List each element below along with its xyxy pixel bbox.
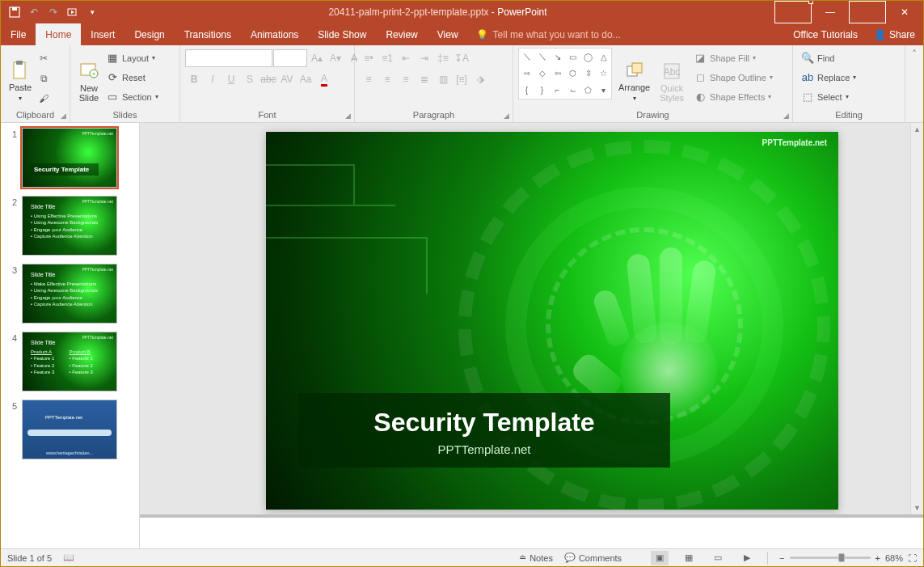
slideshow-view-button[interactable]: ▶ — [738, 551, 756, 565]
text-direction-button[interactable]: ↧A — [453, 49, 470, 67]
shape-linearrow-icon[interactable]: ↘ — [550, 49, 565, 66]
shape-conn2-icon[interactable]: ⌙ — [565, 82, 580, 99]
underline-button[interactable]: U — [222, 70, 240, 88]
bold-button[interactable]: B — [185, 70, 203, 88]
slide-counter[interactable]: Slide 1 of 5 — [7, 553, 52, 563]
tab-view[interactable]: View — [428, 23, 468, 45]
shape-rect-icon[interactable]: ▭ — [565, 49, 580, 66]
slide-title-placeholder[interactable]: Security Template PPTTemplate.net — [298, 393, 670, 468]
slide-thumbnail[interactable]: PPTTemplate.netSlide TitleProduct A• Fea… — [22, 332, 117, 391]
paste-button[interactable]: Paste▾ — [6, 48, 35, 103]
font-dialog-launcher[interactable]: ◢ — [345, 112, 351, 120]
shape-hex-icon[interactable]: ⬡ — [565, 66, 580, 83]
align-center-button[interactable]: ≡ — [378, 70, 396, 88]
font-color-button[interactable]: A — [315, 70, 333, 88]
close-button[interactable]: ✕ — [886, 1, 923, 23]
justify-button[interactable]: ≣ — [416, 70, 433, 88]
shape-lineseg-icon[interactable]: ＼ — [534, 49, 550, 66]
change-case-button[interactable]: Aa — [297, 70, 314, 88]
shapes-gallery[interactable]: ＼＼↘▭◯△ ⇨◇⇦⬡⇳☆ {}⌐⌙⬠▾ — [518, 48, 612, 99]
redo-icon[interactable]: ↷ — [44, 3, 62, 21]
strikethrough-button[interactable]: abc — [259, 70, 277, 88]
slide[interactable]: PPTTemplate.net Security Template PPTTem… — [266, 132, 838, 510]
notes-toggle[interactable]: ≐ Notes — [519, 552, 553, 563]
tab-design[interactable]: Design — [124, 23, 174, 45]
tab-file[interactable]: File — [1, 23, 36, 45]
share-button[interactable]: 👤 Share — [866, 23, 923, 45]
align-text-button[interactable]: [≡] — [453, 70, 470, 88]
italic-button[interactable]: I — [204, 70, 222, 88]
comments-toggle[interactable]: 💬 Comments — [564, 552, 622, 563]
character-spacing-button[interactable]: AV — [278, 70, 296, 88]
notes-pane[interactable] — [140, 514, 923, 548]
save-icon[interactable] — [6, 3, 23, 21]
spell-check-button[interactable]: 📖 — [63, 552, 74, 563]
clipboard-dialog-launcher[interactable]: ◢ — [61, 112, 66, 120]
shape-rarrow-icon[interactable]: ⇨ — [519, 66, 534, 83]
quick-styles-button[interactable]: Abc Quick Styles — [656, 48, 687, 103]
maximize-button[interactable] — [849, 1, 886, 23]
reading-view-button[interactable]: ▭ — [709, 551, 727, 565]
zoom-slider[interactable] — [790, 556, 871, 559]
numbering-button[interactable]: ≡1 — [378, 49, 396, 67]
font-name-dropdown[interactable] — [185, 49, 272, 67]
select-button[interactable]: ⬚Select ▾ — [798, 88, 859, 105]
shape-effects-button[interactable]: ◐Shape Effects ▾ — [690, 88, 776, 105]
tab-review[interactable]: Review — [376, 23, 427, 45]
copy-button[interactable]: ⧉ — [35, 70, 53, 87]
decrease-indent-button[interactable]: ⇤ — [397, 49, 415, 67]
shape-updown-icon[interactable]: ⇳ — [580, 66, 596, 83]
align-right-button[interactable]: ≡ — [397, 70, 415, 88]
section-button[interactable]: ▭Section ▾ — [103, 88, 162, 105]
vertical-scrollbar[interactable]: ▲ ▼ — [910, 123, 923, 514]
arrange-button[interactable]: Arrange▾ — [615, 48, 653, 103]
ribbon-display-options-icon[interactable] — [774, 1, 812, 23]
align-left-button[interactable]: ≡ — [360, 70, 378, 88]
normal-view-button[interactable]: ▣ — [651, 551, 669, 565]
shape-brace-l-icon[interactable]: { — [519, 82, 534, 99]
shape-fill-button[interactable]: ◪Shape Fill ▾ — [690, 49, 776, 66]
decrease-font-size-button[interactable]: A▾ — [327, 49, 344, 67]
shape-line-icon[interactable]: ＼ — [519, 49, 534, 66]
tab-slideshow[interactable]: Slide Show — [308, 23, 376, 45]
shape-larrow-icon[interactable]: ⇦ — [550, 66, 565, 83]
shape-star-icon[interactable]: ☆ — [596, 66, 611, 83]
line-spacing-button[interactable]: ‡≡ — [434, 49, 452, 67]
shape-callout-icon[interactable]: ⬠ — [580, 82, 596, 99]
bullets-button[interactable]: ≡• — [360, 49, 378, 67]
minimize-button[interactable]: ― — [812, 1, 849, 23]
slide-sorter-view-button[interactable]: ▦ — [680, 551, 698, 565]
tell-me-search[interactable]: 💡 Tell me what you want to do... — [468, 23, 629, 45]
start-from-beginning-icon[interactable] — [64, 3, 82, 21]
zoom-out-button[interactable]: − — [779, 553, 784, 563]
office-tutorials-link[interactable]: Office Tutorials — [785, 23, 866, 45]
layout-button[interactable]: ▦Layout ▾ — [103, 49, 162, 66]
tab-home[interactable]: Home — [36, 23, 81, 45]
slide-thumbnail[interactable]: PPTTemplate.netSecurity Template — [22, 128, 117, 188]
paragraph-dialog-launcher[interactable]: ◢ — [504, 112, 509, 120]
shape-more-icon[interactable]: ▾ — [596, 82, 611, 99]
find-button[interactable]: 🔍Find — [798, 49, 859, 66]
tab-insert[interactable]: Insert — [81, 23, 124, 45]
cut-button[interactable]: ✂ — [35, 49, 53, 67]
fit-to-window-button[interactable]: ⛶ — [908, 553, 917, 563]
scroll-up-icon[interactable]: ▲ — [911, 123, 923, 136]
shape-conn1-icon[interactable]: ⌐ — [550, 82, 565, 99]
slide-canvas-area[interactable]: PPTTemplate.net Security Template PPTTem… — [140, 123, 923, 548]
slide-thumbnail[interactable]: PPTTemplate.netwww.heritagechristian... — [22, 400, 117, 459]
shape-triangle-icon[interactable]: △ — [596, 49, 611, 66]
slide-thumbnail[interactable]: PPTTemplate.netSlide Title• Make Effecti… — [22, 264, 117, 324]
shape-brace-r-icon[interactable]: } — [534, 82, 550, 99]
increase-font-size-button[interactable]: A▴ — [308, 49, 326, 67]
shape-outline-button[interactable]: ◻Shape Outline ▾ — [690, 69, 776, 86]
tab-animations[interactable]: Animations — [241, 23, 308, 45]
zoom-level[interactable]: 68% — [885, 553, 903, 563]
zoom-in-button[interactable]: + — [875, 553, 880, 563]
undo-icon[interactable]: ↶ — [25, 3, 43, 21]
font-size-dropdown[interactable] — [273, 49, 307, 67]
zoom-slider-thumb[interactable] — [838, 553, 845, 562]
increase-indent-button[interactable]: ⇥ — [416, 49, 433, 67]
slide-thumbnail[interactable]: PPTTemplate.netSlide Title• Using Effect… — [22, 196, 117, 256]
drawing-dialog-launcher[interactable]: ◢ — [783, 112, 789, 120]
shadow-button[interactable]: S — [241, 70, 259, 88]
